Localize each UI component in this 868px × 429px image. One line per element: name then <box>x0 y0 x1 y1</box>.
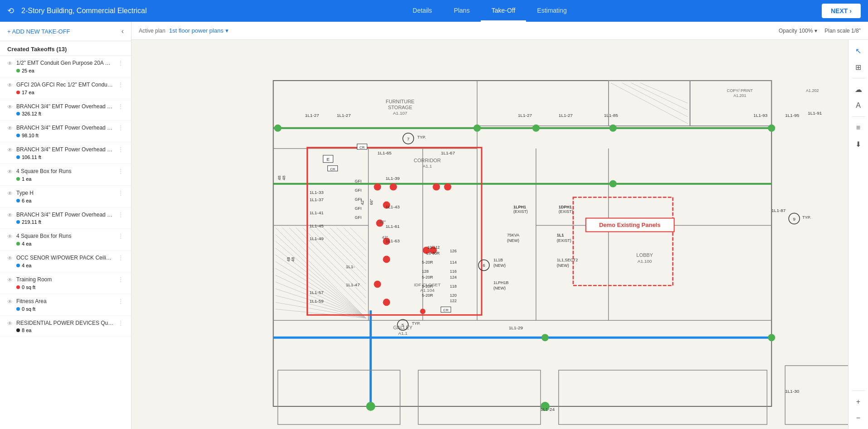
svg-point-70 <box>366 402 375 411</box>
drag-handle[interactable]: ⋮ <box>117 254 124 261</box>
item-count-label: 106.11 ft <box>22 154 41 160</box>
drag-handle[interactable]: ⋮ <box>117 211 124 218</box>
takeoff-item[interactable]: 👁 BRANCH 3/4" EMT Power Overhead Branch.… <box>0 99 131 121</box>
svg-text:L6-30R: L6-30R <box>426 251 440 255</box>
drag-handle[interactable]: ⋮ <box>117 319 124 327</box>
visibility-icon[interactable]: 👁 <box>7 190 13 197</box>
drag-handle[interactable]: ⋮ <box>117 59 124 67</box>
visibility-icon[interactable]: 👁 <box>7 320 13 327</box>
svg-text:1DPH1: 1DPH1 <box>559 205 572 209</box>
next-button[interactable]: NEXT › <box>822 4 861 18</box>
svg-text:(NEW): (NEW) <box>557 263 569 268</box>
visibility-icon[interactable]: 👁 <box>7 299 13 305</box>
drag-handle[interactable]: ⋮ <box>117 81 124 88</box>
svg-text:1L1-29: 1L1-29 <box>509 325 523 330</box>
takeoff-item[interactable]: 👁 BRANCH 3/4" EMT Power Overhead Branch.… <box>0 142 131 164</box>
svg-text:1L1-30: 1L1-30 <box>785 389 799 394</box>
app-title: 2-Story Building, Commercial Electrical <box>21 7 147 15</box>
download-tool-button[interactable]: ⬇ <box>851 137 866 151</box>
tab-takeoff[interactable]: Take-Off <box>481 0 527 22</box>
item-name: Fitness Area <box>16 298 114 305</box>
drag-handle[interactable]: ⋮ <box>117 146 124 153</box>
svg-text:STORAGE: STORAGE <box>388 105 412 110</box>
takeoff-item[interactable]: 👁 Type H 6 ea ⋮ <box>0 186 131 207</box>
opacity-control[interactable]: Opacity 100% ▾ <box>779 28 817 34</box>
drag-handle[interactable]: ⋮ <box>117 103 124 110</box>
svg-text:1L1-27: 1L1-27 <box>559 113 573 118</box>
takeoff-item[interactable]: 👁 4 Square Box for Runs 1 ea ⋮ <box>0 164 131 186</box>
svg-text:116: 116 <box>450 269 457 274</box>
visibility-icon[interactable]: 👁 <box>7 147 13 153</box>
item-color-dot <box>16 112 20 116</box>
svg-text:75KVA: 75KVA <box>507 233 519 237</box>
svg-text:COPY/ PRINT: COPY/ PRINT <box>727 88 753 93</box>
svg-text:66": 66" <box>369 199 374 205</box>
notes-tool-button[interactable]: ≡ <box>851 121 866 135</box>
tab-details[interactable]: Details <box>402 0 443 22</box>
item-color-dot <box>16 307 20 311</box>
tab-estimating[interactable]: Estimating <box>526 0 577 22</box>
takeoff-item[interactable]: 👁 Fitness Area 0 sq ft ⋮ <box>0 294 131 316</box>
visibility-icon[interactable]: 👁 <box>7 82 13 88</box>
visibility-icon[interactable]: 👁 <box>7 169 13 175</box>
svg-text:1L1-33: 1L1-33 <box>309 190 323 195</box>
visibility-icon[interactable]: 👁 <box>7 60 13 67</box>
text-tool-button[interactable]: A <box>851 98 866 113</box>
svg-text:(NEW): (NEW) <box>493 286 506 290</box>
sidebar-collapse-button[interactable]: ‹ <box>122 27 124 35</box>
takeoff-item[interactable]: 👁 BRANCH 3/4" EMT Power Overhead Branch.… <box>0 207 131 229</box>
drag-handle[interactable]: ⋮ <box>117 189 124 197</box>
svg-text:(NEW): (NEW) <box>493 263 506 268</box>
tab-plans[interactable]: Plans <box>443 0 481 22</box>
svg-text:1L1-87: 1L1-87 <box>771 208 785 213</box>
drag-handle[interactable]: ⋮ <box>117 168 124 175</box>
visibility-icon[interactable]: 👁 <box>7 233 13 240</box>
item-name: BRANCH 3/4" EMT Power Overhead Branch... <box>16 124 114 132</box>
zoom-out-button[interactable]: − <box>851 411 866 425</box>
drag-handle[interactable]: ⋮ <box>117 232 124 240</box>
takeoff-item[interactable]: 👁 Training Room 0 sq ft ⋮ <box>0 272 131 294</box>
plan-right: Opacity 100% ▾ Plan scale 1/8" <box>779 28 861 34</box>
svg-text:1LPH1B: 1LPH1B <box>493 280 508 285</box>
item-color-dot <box>16 199 20 202</box>
item-color-dot <box>16 328 20 332</box>
visibility-icon[interactable]: 👁 <box>7 125 13 131</box>
plan-canvas[interactable]: FURNITURE STORAGE A1.107 CORRIDOR A1.1 L… <box>132 40 868 429</box>
plan-dropdown[interactable]: 1st floor power plans ▾ <box>169 27 229 34</box>
grid-tool-button[interactable]: ⊞ <box>851 60 866 74</box>
zoom-in-button[interactable]: + <box>851 395 866 409</box>
svg-text:6: 6 <box>483 263 485 268</box>
takeoff-item[interactable]: 👁 OCC SENOR W/POWER PACK Ceiling Moun...… <box>0 251 131 272</box>
svg-text:LOBBY: LOBBY <box>636 252 653 258</box>
item-name: BRANCH 3/4" EMT Power Overhead Branch... <box>16 103 114 111</box>
item-color-dot <box>16 91 20 94</box>
item-count-label: 1 ea <box>22 176 31 182</box>
svg-text:A1.107: A1.107 <box>393 111 407 116</box>
visibility-icon[interactable]: 👁 <box>7 255 13 261</box>
svg-text:5-20R: 5-20R <box>422 284 433 289</box>
cloud-tool-button[interactable]: ☁ <box>851 82 866 96</box>
drag-handle[interactable]: ⋮ <box>117 276 124 283</box>
svg-text:1L1-37: 1L1-37 <box>309 197 323 202</box>
svg-point-63 <box>473 125 481 132</box>
item-count-label: 4 ea <box>22 263 31 268</box>
takeoff-item[interactable]: 👁 GFCI 20A GFCI Rec 1/2" EMT Conduit Gen… <box>0 77 131 99</box>
takeoff-item[interactable]: 👁 4 Square Box for Runs 4 ea ⋮ <box>0 229 131 251</box>
takeoff-list: 👁 1/2" EMT Conduit Gen Purpose 20A Dup R… <box>0 56 131 429</box>
visibility-icon[interactable]: 👁 <box>7 104 13 110</box>
svg-text:1L1-43: 1L1-43 <box>385 204 400 209</box>
item-count-label: 6 ea <box>22 198 31 203</box>
svg-text:126: 126 <box>450 249 457 253</box>
takeoff-item[interactable]: 👁 BRANCH 3/4" EMT Power Overhead Branch.… <box>0 121 131 142</box>
takeoff-item[interactable]: 👁 1/2" EMT Conduit Gen Purpose 20A Dup R… <box>0 56 131 77</box>
drag-handle[interactable]: ⋮ <box>117 298 124 305</box>
drag-handle[interactable]: ⋮ <box>117 124 124 131</box>
visibility-icon[interactable]: 👁 <box>7 212 13 218</box>
back-icon[interactable]: ⟲ <box>7 6 14 16</box>
svg-text:42": 42" <box>360 199 365 205</box>
takeoff-item[interactable]: 👁 RESIDENTIAL POWER DEVICES Quad GFCI ..… <box>0 316 131 337</box>
add-takeoff-button[interactable]: + ADD NEW TAKE-OFF <box>7 28 70 35</box>
visibility-icon[interactable]: 👁 <box>7 277 13 283</box>
cursor-tool-button[interactable]: ↖ <box>851 43 866 58</box>
scale-control: Plan scale 1/8" <box>824 28 861 34</box>
